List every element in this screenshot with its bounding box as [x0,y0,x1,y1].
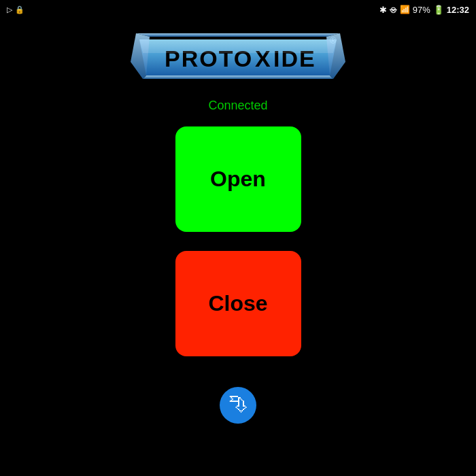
status-time: 12:32 [447,5,469,15]
battery-percent: 97% [413,5,430,15]
signal-icon: 📶 [400,5,410,14]
bluetooth-button[interactable]: ⮷ [220,387,256,424]
lock-icon: 🔒 [15,5,24,14]
no-sim-icon: ⊗ [390,5,397,15]
logo-container: PROTO X IDE ® [129,31,347,85]
status-bar: ▷ 🔒 ✱ ⊗ 📶 97% 🔋 12:32 [0,0,476,19]
status-left-icons: ▷ 🔒 [7,5,24,14]
status-right-icons: ✱ ⊗ 📶 97% 🔋 12:32 [379,5,469,15]
play-icon: ▷ [7,5,12,14]
close-button-label: Close [208,291,267,316]
svg-marker-9 [139,39,337,53]
bluetooth-status-icon: ✱ [379,5,387,15]
protoxide-logo: PROTO X IDE ® [129,31,347,82]
svg-marker-0 [136,33,340,37]
battery-icon: 🔋 [433,5,444,15]
open-button-label: Open [210,167,266,192]
close-button[interactable]: Close [175,251,301,356]
connection-status: Connected [208,99,267,113]
open-button[interactable]: Open [175,126,301,232]
main-content: PROTO X IDE ® Connected Open Close ⮷ [0,19,476,476]
bluetooth-icon: ⮷ [228,396,248,415]
svg-marker-2 [143,75,333,79]
